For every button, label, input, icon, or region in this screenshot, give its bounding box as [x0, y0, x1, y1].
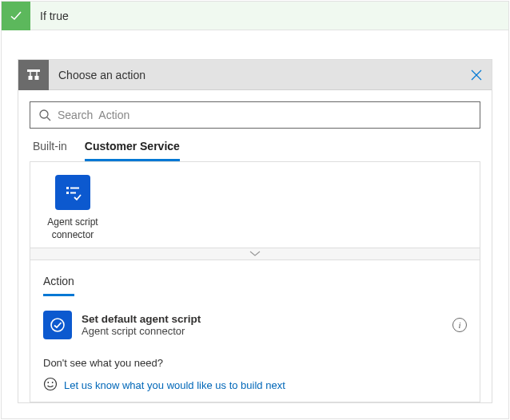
condition-title: If true [30, 10, 69, 22]
svg-point-14 [52, 382, 54, 383]
action-item-title: Set default agent script [82, 313, 443, 325]
expand-toggle[interactable] [30, 248, 480, 260]
panel-title: Choose an action [49, 69, 461, 81]
svg-rect-9 [66, 192, 69, 194]
chevron-down-icon [249, 251, 261, 257]
svg-rect-4 [35, 76, 39, 80]
tile-label: Agent script connector [38, 216, 107, 241]
search-box[interactable] [30, 101, 480, 129]
choose-action-panel: Choose an action Built-in Cust [18, 59, 492, 403]
connector-tiles: Agent script connector [30, 161, 480, 248]
tab-customer-service[interactable]: Customer Service [85, 140, 180, 161]
info-icon[interactable]: i [452, 318, 467, 332]
svg-point-5 [40, 110, 48, 118]
action-heading: Action [43, 275, 74, 296]
svg-rect-0 [27, 69, 40, 72]
svg-rect-10 [70, 192, 76, 194]
smile-icon [43, 377, 58, 394]
close-icon [471, 69, 482, 81]
svg-point-12 [45, 378, 57, 390]
action-picker-icon [18, 60, 49, 90]
search-input[interactable] [58, 109, 472, 121]
tile-agent-script-connector[interactable]: Agent script connector [38, 175, 107, 241]
action-set-default-agent-script[interactable]: Set default agent script Agent script co… [43, 307, 467, 354]
svg-rect-7 [66, 187, 69, 189]
feedback-link[interactable]: Let us know what you would like us to bu… [64, 379, 285, 391]
svg-point-11 [51, 319, 64, 331]
action-item-subtitle: Agent script connector [82, 325, 443, 337]
close-button[interactable] [461, 60, 492, 90]
check-circle-icon [43, 311, 72, 339]
action-text: Set default agent script Agent script co… [82, 313, 443, 337]
footer-prompt: Don't see what you need? [43, 357, 467, 369]
connector-tabs: Built-in Customer Service [30, 129, 480, 161]
svg-line-6 [47, 117, 50, 121]
panel-header: Choose an action [18, 60, 492, 90]
tab-built-in[interactable]: Built-in [33, 140, 67, 161]
list-check-icon [55, 175, 90, 210]
check-icon [2, 2, 30, 30]
svg-rect-3 [29, 76, 33, 80]
search-icon [38, 109, 51, 121]
action-section: Action Set default agent script Agent sc… [30, 260, 480, 402]
condition-header: If true [2, 2, 508, 30]
svg-point-13 [47, 382, 49, 383]
svg-rect-8 [70, 188, 79, 189]
